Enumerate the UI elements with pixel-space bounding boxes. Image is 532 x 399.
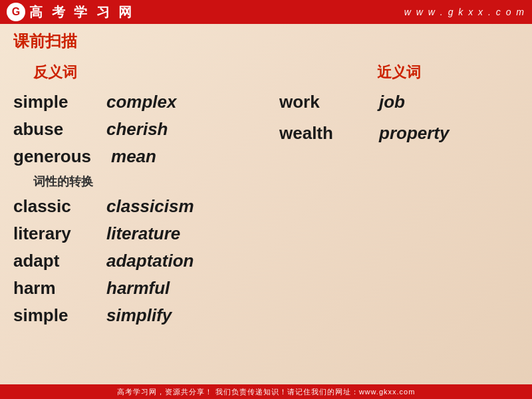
transform-pair-4: harm harmful: [13, 278, 266, 299]
antonym-pair-2: abuse cherish: [13, 119, 266, 140]
word-cherish: cherish: [106, 119, 168, 140]
word-abuse: abuse: [13, 119, 86, 140]
word-literature: literature: [106, 223, 180, 244]
word-harm: harm: [13, 278, 86, 299]
word-generous: generous: [13, 146, 91, 167]
header-url: w w w . g k x x . c o m: [404, 7, 525, 17]
word-simplify: simplify: [106, 305, 172, 326]
transform-pair-5: simple simplify: [13, 305, 266, 326]
right-column: 近义词 work job wealth property: [266, 63, 519, 332]
logo-icon: G: [7, 3, 25, 21]
word-mean: mean: [111, 146, 156, 167]
header-bar: G 高 考 学 习 网 w w w . g k x x . c o m: [0, 0, 532, 24]
page-title: 课前扫描: [13, 31, 519, 52]
word-adapt: adapt: [13, 251, 86, 271]
word-harmful: harmful: [106, 278, 170, 299]
word-complex: complex: [106, 92, 177, 112]
transform-heading: 词性的转换: [33, 174, 266, 190]
transform-pair-1: classic classicism: [13, 196, 266, 217]
footer-text: 高考学习网，资源共分享！ 我们负责传递知识！请记住我们的网址：www.gkxx.…: [117, 387, 416, 397]
synonym-pair-2: wealth property: [279, 123, 519, 144]
word-property: property: [379, 123, 449, 144]
word-job: job: [379, 92, 405, 112]
word-simple2: simple: [13, 305, 86, 326]
antonym-pair-1: simple complex: [13, 92, 266, 112]
synonym-pair-1: work job: [279, 92, 519, 112]
footer-bar: 高考学习网，资源共分享！ 我们负责传递知识！请记住我们的网址：www.gkxx.…: [0, 384, 532, 399]
left-column: 反义词 simple complex abuse cherish generou…: [13, 63, 266, 332]
columns-layout: 反义词 simple complex abuse cherish generou…: [13, 63, 519, 332]
word-literary: literary: [13, 223, 86, 244]
main-content: 课前扫描 反义词 simple complex abuse cherish ge…: [0, 24, 532, 384]
word-simple: simple: [13, 92, 86, 112]
word-classicism: classicism: [106, 196, 194, 217]
synonyms-heading: 近义词: [279, 63, 519, 82]
word-classic: classic: [13, 196, 86, 217]
transform-pair-2: literary literature: [13, 223, 266, 244]
antonym-pair-3: generous mean: [13, 146, 266, 167]
header-logo: G 高 考 学 习 网: [7, 3, 134, 21]
word-work: work: [279, 92, 352, 112]
word-adaptation: adaptation: [106, 251, 194, 271]
transform-pair-3: adapt adaptation: [13, 251, 266, 271]
logo-text: 高 考 学 习 网: [29, 3, 134, 21]
word-wealth: wealth: [279, 123, 352, 144]
antonyms-heading: 反义词: [13, 63, 266, 82]
